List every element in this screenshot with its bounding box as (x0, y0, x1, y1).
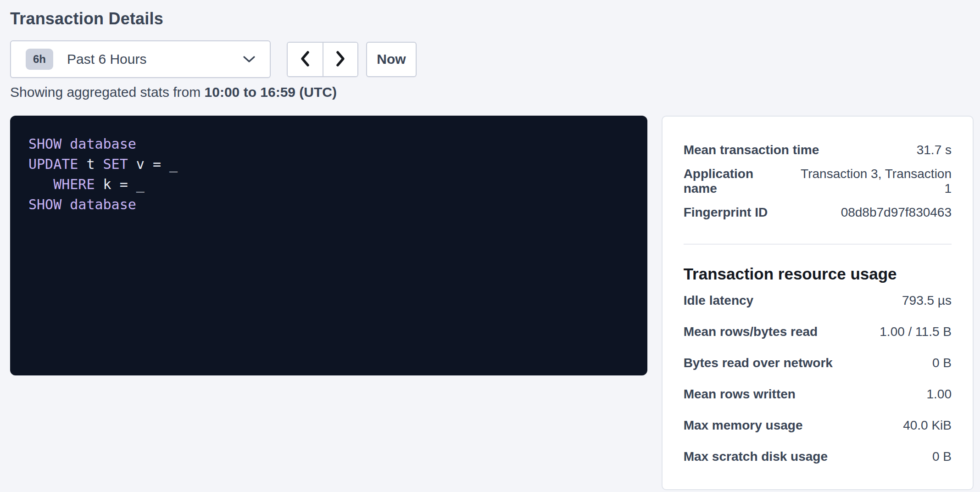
time-range-caption: Showing aggregated stats from 10:00 to 1… (10, 84, 974, 100)
stat-row: Mean rows/bytes read 1.00 / 11.5 B (684, 316, 952, 347)
transaction-details-page: Transaction Details 6h Past 6 Hours (0, 0, 980, 490)
stat-value: Transaction 3, Transaction 1 (791, 167, 952, 196)
time-range-dropdown[interactable]: 6h Past 6 Hours (10, 40, 271, 78)
sql-line: WHERE k = _ (28, 174, 629, 195)
caption-range: 10:00 to 16:59 (UTC) (205, 84, 337, 100)
stat-value: 31.7 s (917, 143, 952, 157)
sql-line: SHOW database (28, 195, 629, 215)
stat-value: 40.0 KiB (903, 418, 952, 433)
stat-row: Fingerprint ID 08d8b7d97f830463 (684, 197, 952, 228)
caption-prefix: Showing aggregated stats from (10, 84, 205, 100)
stat-row: Bytes read over network 0 B (684, 347, 952, 379)
stat-value: 0 B (932, 449, 952, 464)
stat-label: Bytes read over network (684, 356, 833, 370)
sql-statements-box: SHOW databaseUPDATE t SET v = _ WHERE k … (10, 116, 647, 375)
stat-value: 0 B (932, 356, 952, 370)
stat-value: 1.00 (927, 387, 952, 402)
sql-line: UPDATE t SET v = _ (28, 154, 629, 174)
now-button[interactable]: Now (366, 42, 417, 77)
stat-label: Max scratch disk usage (684, 449, 828, 464)
stat-row: Application name Transaction 3, Transact… (684, 166, 952, 197)
main-content: SHOW databaseUPDATE t SET v = _ WHERE k … (10, 116, 974, 490)
stat-label: Mean transaction time (684, 143, 819, 157)
chevron-right-icon (334, 50, 346, 69)
stat-label: Max memory usage (684, 418, 803, 433)
section-divider (684, 244, 952, 245)
transaction-details-card: Mean transaction time 31.7 s Application… (662, 116, 974, 490)
stat-label: Application name (684, 167, 791, 196)
stat-label: Mean rows written (684, 387, 796, 402)
page-title: Transaction Details (10, 9, 974, 28)
stat-row: Max scratch disk usage 0 B (684, 441, 952, 472)
chevron-left-icon (299, 50, 311, 69)
stat-row: Idle latency 793.5 µs (684, 285, 952, 316)
stat-row: Max memory usage 40.0 KiB (684, 410, 952, 441)
stat-label: Mean rows/bytes read (684, 324, 818, 339)
chevron-down-icon (242, 55, 256, 63)
resource-usage-heading: Transaction resource usage (684, 263, 952, 285)
next-time-button[interactable] (323, 43, 357, 76)
stat-row: Mean transaction time 31.7 s (684, 134, 952, 166)
stat-label: Fingerprint ID (684, 205, 768, 220)
time-toolbar: 6h Past 6 Hours (10, 40, 974, 78)
stat-row: Mean rows written 1.00 (684, 379, 952, 410)
stat-value: 793.5 µs (902, 293, 952, 308)
time-range-label: Past 6 Hours (67, 51, 146, 67)
time-range-badge: 6h (26, 49, 53, 70)
prev-time-button[interactable] (288, 43, 323, 76)
stat-value: 1.00 / 11.5 B (880, 324, 952, 339)
resource-rows: Idle latency 793.5 µs Mean rows/bytes re… (684, 285, 952, 472)
summary-rows: Mean transaction time 31.7 s Application… (684, 134, 952, 228)
sql-line: SHOW database (28, 134, 629, 154)
stat-label: Idle latency (684, 293, 754, 308)
time-pager (287, 42, 358, 77)
stat-value: 08d8b7d97f830463 (841, 205, 952, 220)
